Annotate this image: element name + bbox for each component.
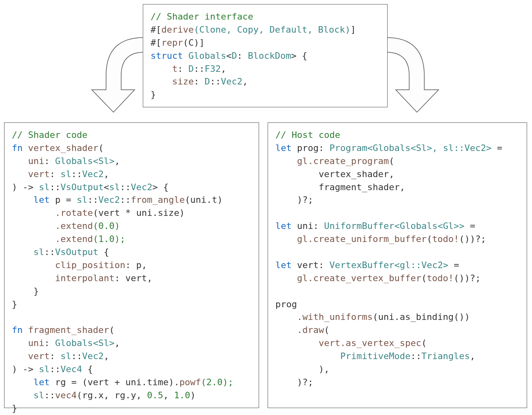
code-comment: // Shader code <box>12 130 87 140</box>
diagram-container: // Shader interface #[derive(Clone, Copy… <box>4 4 528 411</box>
code-comment: // Host code <box>275 130 340 140</box>
shader-code-box: // Shader code fn vertex_shader( uni: Gl… <box>4 122 259 408</box>
arrow-right-icon <box>386 20 447 114</box>
shader-interface-box: // Shader interface #[derive(Clone, Copy… <box>143 4 388 107</box>
code-comment: // Shader interface <box>151 11 253 22</box>
host-code-box: // Host code let prog: Program<Globals<S… <box>268 122 527 408</box>
arrow-left-icon <box>84 20 145 114</box>
